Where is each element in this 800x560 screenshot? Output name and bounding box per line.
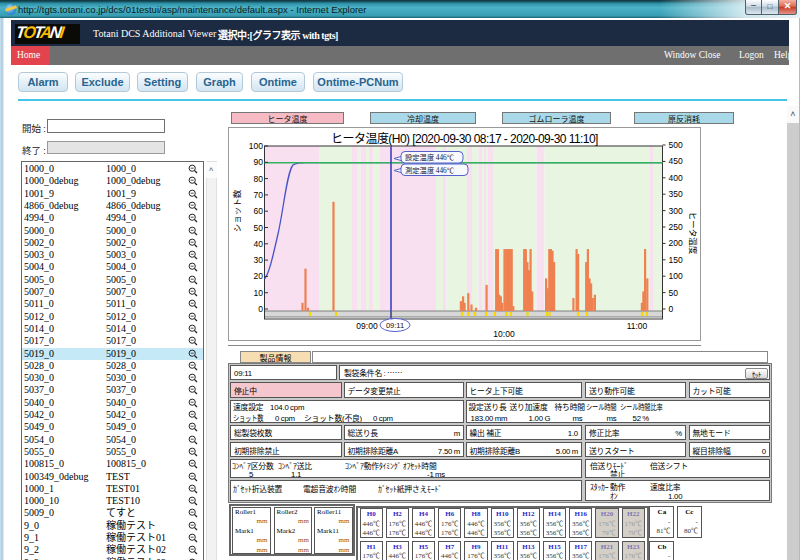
svg-text:400: 400 — [669, 173, 683, 183]
svg-text:測定温度 446℃: 測定温度 446℃ — [405, 165, 454, 175]
svg-text:10: 10 — [254, 288, 264, 298]
svg-text:350: 350 — [669, 189, 683, 199]
svg-text:09:00: 09:00 — [356, 321, 378, 331]
svg-text:ショット数: ショット数 — [230, 189, 242, 232]
svg-text:0: 0 — [669, 304, 674, 314]
svg-text:20: 20 — [254, 271, 264, 281]
svg-text:ヒータ温度: ヒータ温度 — [688, 212, 700, 255]
svg-text:60: 60 — [254, 206, 264, 216]
svg-text:90: 90 — [254, 157, 264, 167]
svg-text:30: 30 — [254, 255, 264, 265]
svg-text:80: 80 — [254, 174, 264, 184]
svg-text:設定温度 446℃: 設定温度 446℃ — [405, 152, 454, 162]
svg-text:150: 150 — [669, 255, 683, 265]
svg-text:300: 300 — [669, 206, 683, 216]
svg-text:10:00: 10:00 — [493, 329, 515, 339]
svg-text:100: 100 — [669, 271, 683, 281]
svg-text:0: 0 — [258, 304, 263, 314]
svg-text:09:11: 09:11 — [386, 321, 404, 330]
svg-text:100: 100 — [249, 141, 263, 151]
svg-text:70: 70 — [254, 190, 264, 200]
svg-text:450: 450 — [669, 156, 683, 166]
svg-text:50: 50 — [669, 288, 679, 298]
svg-text:200: 200 — [669, 238, 683, 248]
svg-text:11:00: 11:00 — [627, 321, 648, 331]
svg-text:500: 500 — [669, 140, 683, 150]
svg-text:40: 40 — [254, 239, 264, 249]
svg-text:250: 250 — [669, 222, 683, 232]
svg-text:50: 50 — [254, 223, 264, 233]
